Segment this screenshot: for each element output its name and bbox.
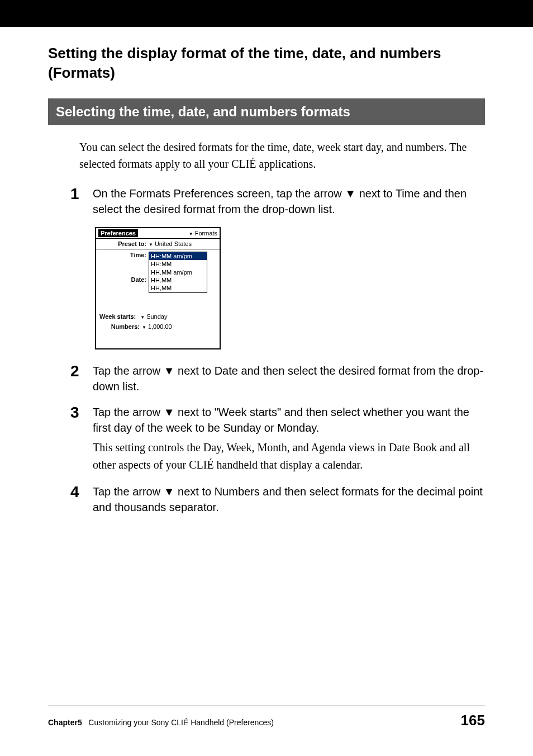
date-label: Date: [99, 258, 149, 283]
step-number: 2 [70, 363, 93, 394]
step-number: 4 [70, 484, 93, 515]
palm-titlebar: Preferences Formats [96, 228, 220, 239]
time-dropdown[interactable]: HH:MM am/pm HH:MM HH.MM am/pm HH.MM HH,M… [149, 252, 207, 292]
section-heading: Selecting the time, date, and numbers fo… [48, 98, 485, 125]
step-number: 1 [70, 186, 93, 217]
dropdown-option[interactable]: HH:MM [149, 260, 207, 268]
page-footer: Chapter5 Customizing your Sony CLIÉ Hand… [48, 706, 485, 729]
step-instruction: On the Formats Preferences screen, tap t… [93, 186, 485, 217]
footer-chapter: Chapter5 [48, 718, 82, 727]
palm-screenshot: Preferences Formats Preset to: United St… [95, 227, 485, 349]
preset-select[interactable]: United States [149, 240, 216, 247]
footer-text: Chapter5 Customizing your Sony CLIÉ Hand… [48, 718, 274, 727]
palm-category-value: Formats [195, 230, 217, 237]
step-number: 3 [70, 404, 93, 474]
palm-app-title: Preferences [98, 229, 138, 237]
header-bar [0, 0, 533, 27]
week-value: Sunday [146, 313, 167, 320]
dropdown-option[interactable]: HH.MM [149, 276, 207, 284]
preset-row: Preset to: United States [96, 239, 220, 249]
numbers-label: Numbers: [99, 323, 142, 330]
preset-value: United States [155, 240, 192, 247]
step-note: This setting controls the Day, Week, Mon… [93, 439, 485, 474]
main-heading: Setting the display format of the time, … [48, 44, 485, 83]
dropdown-option[interactable]: HH,MM [149, 284, 207, 292]
step-3: 3 Tap the arrow ▼ next to "Week starts" … [70, 404, 485, 474]
step-1: 1 On the Formats Preferences screen, tap… [70, 186, 485, 217]
step-instruction: Tap the arrow ▼ next to Numbers and then… [93, 484, 485, 515]
time-date-block: Time: HH:MM am/pm HH:MM HH.MM am/pm HH.M… [96, 249, 220, 311]
week-row: Week starts: Sunday [96, 311, 220, 322]
intro-paragraph: You can select the desired formats for t… [79, 139, 485, 172]
page-content: Setting the display format of the time, … [0, 27, 533, 515]
step-2: 2 Tap the arrow ▼ next to Date and then … [70, 363, 485, 394]
page-number: 165 [461, 712, 485, 729]
numbers-select[interactable]: 1,000.00 [142, 323, 216, 330]
palm-category-select[interactable]: Formats [189, 230, 217, 237]
step-instruction: Tap the arrow ▼ next to Date and then se… [93, 363, 485, 394]
numbers-row: Numbers: 1,000.00 [96, 322, 220, 332]
dropdown-option[interactable]: HH:MM am/pm [149, 252, 207, 260]
step-4: 4 Tap the arrow ▼ next to Numbers and th… [70, 484, 485, 515]
preset-label: Preset to: [99, 240, 149, 247]
palm-spacer [96, 332, 220, 348]
week-label: Week starts: [99, 313, 138, 320]
footer-title: Customizing your Sony CLIÉ Handheld (Pre… [88, 718, 274, 727]
week-select[interactable]: Sunday [140, 313, 216, 320]
step-instruction: Tap the arrow ▼ next to "Week starts" an… [93, 404, 485, 436]
numbers-value: 1,000.00 [148, 323, 172, 330]
palm-window: Preferences Formats Preset to: United St… [95, 227, 221, 349]
dropdown-option[interactable]: HH.MM am/pm [149, 268, 207, 276]
